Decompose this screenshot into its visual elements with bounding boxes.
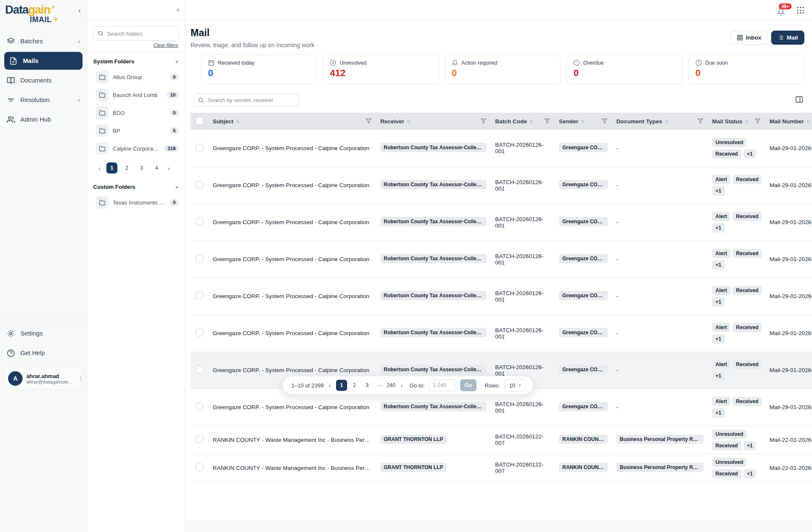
table-pagination: 1–10 of 2399 ‹ 1 2 3 ⋯ 240 › Go to: Go R… [282, 376, 533, 395]
go-button[interactable]: Go [460, 379, 476, 391]
filter-icon[interactable] [602, 118, 608, 124]
sort-icon[interactable]: ↑↓ [745, 119, 748, 124]
receiver-badge: GRANT THORNTON LLP [380, 463, 447, 472]
cell-subject: Greengaze CORP. - System Processed - Cal… [213, 219, 372, 225]
status-badge: Received [732, 323, 762, 332]
folder-icon [96, 88, 108, 101]
mail-search-input[interactable] [194, 93, 299, 107]
sidebar-nav-item[interactable]: Batches › [0, 31, 87, 51]
cell-mail-status: AlertReceived+1 [712, 323, 763, 344]
folder-item[interactable]: Altus Group 0 [87, 68, 185, 86]
sidebar-footer-item[interactable]: Get Help [0, 343, 87, 363]
row-checkbox[interactable] [196, 329, 203, 336]
folder-icon [96, 196, 108, 209]
folder-page-button[interactable]: 1 [106, 162, 117, 174]
grid-icon [737, 34, 743, 41]
page-button[interactable]: 1 [336, 380, 347, 391]
user-email: ahrar@datagainservice... [26, 379, 74, 384]
row-checkbox[interactable] [196, 255, 203, 262]
sort-icon[interactable]: ↑↓ [581, 119, 584, 124]
sidebar-nav-item[interactable]: Resolution › [0, 90, 87, 110]
stat-value: 0 [695, 68, 798, 79]
sort-icon[interactable]: ↑↓ [236, 119, 239, 124]
calendar-icon [208, 60, 214, 66]
sidebar-nav-item[interactable]: Documents › [0, 71, 87, 90]
folder-item[interactable]: BDO 0 [87, 104, 185, 122]
row-checkbox[interactable] [196, 181, 203, 188]
row-checkbox[interactable] [196, 218, 203, 225]
alert-circle-icon [573, 60, 580, 66]
panel-collapse-icon[interactable]: ‹ [177, 6, 179, 14]
chevron-down-icon[interactable]: ˅ [176, 59, 178, 64]
folder-item[interactable]: Texas Instruments Inc. 0 [87, 193, 185, 211]
row-checkbox[interactable] [196, 435, 203, 443]
status-badge: +1 [712, 186, 725, 196]
next-page-icon[interactable]: › [166, 165, 172, 172]
sort-icon[interactable]: ↑↓ [530, 119, 533, 124]
folder-item[interactable]: BP 5 [87, 122, 185, 139]
row-checkbox[interactable] [196, 292, 203, 299]
table-row[interactable]: Greengaze CORP. - System Processed - Cal… [191, 278, 812, 315]
list-icon [778, 34, 784, 41]
table-row[interactable]: Greengaze CORP. - System Processed - Cal… [191, 167, 812, 204]
folder-count-badge: 0 [170, 199, 179, 206]
apps-grid-icon[interactable] [796, 6, 805, 15]
table-row[interactable]: Greengaze CORP. - System Processed - Cal… [191, 204, 812, 241]
last-page-button[interactable]: 240 [387, 380, 396, 391]
sort-icon[interactable]: ↑↓ [665, 119, 668, 124]
mail-toggle-button[interactable]: Mail [771, 31, 804, 45]
filter-icon[interactable] [366, 118, 372, 124]
row-checkbox[interactable] [196, 144, 203, 151]
status-badge: Received [732, 286, 762, 295]
next-page-icon[interactable]: › [400, 382, 404, 389]
row-checkbox[interactable] [196, 366, 203, 373]
clear-filters-link[interactable]: Clear filters [87, 43, 178, 48]
table-row[interactable]: Greengaze CORP. - System Processed - Cal… [191, 130, 812, 167]
receiver-badge: Robertson County Tax Assessor-Collector [380, 365, 487, 374]
column-header-batch-code: Batch Code [495, 118, 527, 125]
rows-per-page-select[interactable]: 10 ˅ [504, 379, 526, 392]
sidebar-footer-item[interactable]: Settings [0, 324, 87, 343]
folder-page-button[interactable]: 3 [136, 162, 147, 174]
table-row[interactable]: RANKIN COUNTY - Waste Management Inc - B… [191, 454, 812, 482]
table-row[interactable]: RANKIN COUNTY - Waste Management Inc - B… [191, 426, 812, 454]
page-button[interactable]: 3 [362, 380, 373, 391]
stat-label: Received today [218, 60, 254, 66]
folder-item[interactable]: Bausch And Lomb 10 [87, 86, 185, 104]
column-header-mail-status: Mail Status [712, 118, 742, 125]
filter-icon[interactable] [698, 118, 704, 124]
folder-item[interactable]: Calpine Corporation 318 [87, 139, 185, 157]
sort-icon[interactable]: ↑↓ [407, 119, 410, 124]
folder-page-button[interactable]: 4 [151, 162, 162, 174]
notifications-bell-icon[interactable]: 99+ [777, 5, 786, 15]
sender-badge: Greengaze CORP. [559, 143, 608, 152]
sidebar-nav-item[interactable]: Mails › [4, 52, 83, 70]
inbox-toggle-button[interactable]: Inbox [730, 31, 768, 45]
filter-icon[interactable] [544, 118, 550, 124]
sidebar-footer-label: Settings [20, 330, 43, 337]
chevron-down-icon[interactable]: ˅ [176, 185, 178, 190]
columns-toggle-icon[interactable] [795, 95, 804, 105]
folder-search-input[interactable] [93, 26, 179, 41]
folder-page-button[interactable]: 2 [121, 162, 132, 174]
cell-mail-status: AlertReceived+1 [712, 175, 763, 196]
table-row[interactable]: Greengaze CORP. - System Processed - Cal… [191, 241, 812, 278]
select-all-checkbox[interactable] [196, 117, 203, 125]
sidebar-collapse-icon[interactable]: ‹ [78, 7, 81, 14]
prev-page-icon[interactable]: ‹ [328, 382, 332, 389]
sidebar-nav-item[interactable]: Admin Hub › [0, 110, 87, 129]
sort-icon[interactable]: ↑↓ [806, 119, 809, 124]
table-row[interactable]: Greengaze CORP. - System Processed - Cal… [191, 315, 812, 352]
row-checkbox[interactable] [196, 403, 203, 410]
prev-page-icon[interactable]: ‹ [97, 165, 103, 172]
kebab-menu-icon[interactable]: ⋮ [78, 375, 84, 382]
x-circle-icon [330, 60, 336, 66]
filter-icon[interactable] [481, 118, 487, 124]
filter-icon[interactable] [755, 118, 761, 124]
goto-page-input[interactable] [429, 379, 456, 391]
receiver-badge: Robertson County Tax Assessor-Collector [380, 402, 487, 411]
stat-value: 0 [573, 68, 675, 79]
row-checkbox[interactable] [196, 464, 203, 471]
page-button[interactable]: 2 [349, 380, 360, 391]
user-card[interactable]: A ahrar.ahmad ahrar@datagainservice... ⋮ [4, 367, 83, 390]
